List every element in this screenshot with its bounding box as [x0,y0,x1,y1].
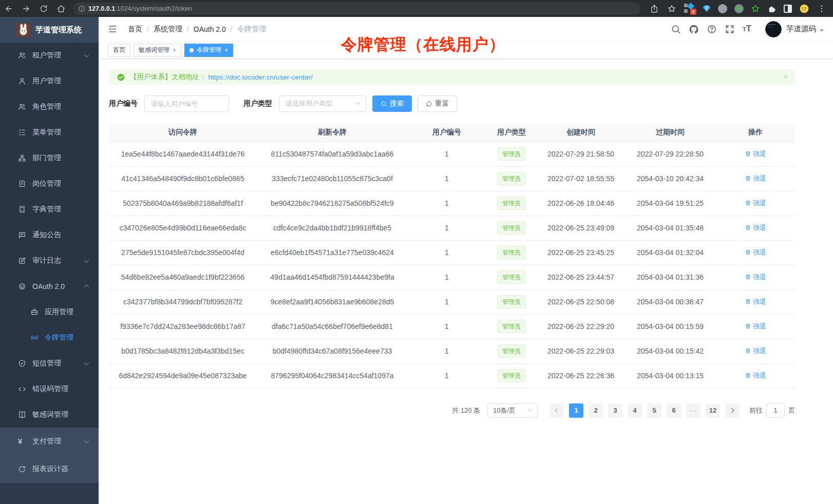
select-chevron-icon [355,100,361,105]
trash-icon [745,323,751,329]
sidebar-item[interactable]: 敏感词管理 [0,402,99,428]
user-avatar[interactable] [765,21,782,37]
gray-extension-icon[interactable] [718,4,727,13]
force-logout-button[interactable]: 强退 [745,199,766,208]
sidebar-item[interactable]: 租户管理 [0,43,99,68]
prev-page-button[interactable] [550,403,564,418]
sidebar-item[interactable]: 审计日志 [0,248,99,274]
force-logout-button[interactable]: 强退 [745,346,766,356]
breadcrumb-item[interactable]: 系统管理 [154,25,182,34]
address-bar[interactable]: 127.0.0.1:1024/system/oauth2/token [73,3,640,15]
collapse-sidebar-icon[interactable] [108,24,118,34]
table-row: c347026e805e4d99b0d116eae66eda8c cdfc4ce… [109,216,795,240]
sidebar-item[interactable]: 菜单管理 [0,120,99,145]
doc-link[interactable]: https://doc.iocoder.cn/user-center/ [209,73,313,81]
view-tab[interactable]: 敏感词管理 × [134,44,181,57]
forward-icon[interactable] [22,4,31,13]
page-button[interactable]: 6 [667,403,681,418]
user-id-input[interactable] [144,95,229,112]
github-icon[interactable] [689,24,699,34]
sidebar-item[interactable]: OAuth 2.0 [0,274,99,299]
breadcrumb-item[interactable]: OAuth 2.0 [194,25,226,33]
extensions-puzzle-icon[interactable] [767,4,777,13]
users-icon [18,103,26,111]
table-row: 1ea5e44f8bc1467aaede43144f31de76 811c530… [109,142,795,166]
view-tab[interactable]: 令牌管理 × [184,44,233,57]
force-logout-button[interactable]: 强退 [745,297,766,306]
force-logout-button[interactable]: 强退 [745,149,766,159]
sidebar-item[interactable]: ¥ 支付管理 [0,428,99,455]
breadcrumb-item[interactable]: 首页 [128,25,142,34]
table-row: 54d6be82ee5a460a9aedc1f9bf223656 49d1aa4… [109,265,795,289]
sidebar-item[interactable]: 部门管理 [0,145,99,171]
sidebar-item[interactable]: 报表设计器 [0,455,99,483]
logo-image [16,23,30,37]
access-token-cell: 54d6be82ee5a460a9aedc1f9bf223656 [109,265,257,289]
user-menu-caret-icon[interactable] [820,29,824,32]
force-logout-button[interactable]: 强退 [745,322,766,331]
page-size-select[interactable]: 10条/页 [487,403,538,418]
home-icon[interactable] [56,4,66,13]
force-logout-button[interactable]: 强退 [745,248,766,257]
force-logout-button[interactable]: 强退 [745,174,766,183]
sidebar-item[interactable]: 错误码管理 [0,376,99,402]
browser-menu-icon[interactable] [817,4,826,13]
page-button[interactable]: 2 [589,403,603,418]
sidebar-item[interactable]: 用户管理 [0,68,99,94]
page-button[interactable]: 3 [608,403,622,418]
refresh-token-cell: cdfc4ce9c2da4bb1bdf21b9918ff4be5 [257,216,408,240]
next-page-button[interactable] [725,403,740,418]
alert-text: 【用户体系】文档地址： [130,72,206,82]
extension-icon[interactable]: 9 [684,4,695,14]
info-icon[interactable] [78,5,85,12]
share-icon[interactable] [650,4,659,13]
bookmark-star-icon[interactable] [667,4,676,13]
user-type-select[interactable]: 请选择用户类型 [279,95,366,112]
profile-avatar-icon[interactable] [799,4,809,14]
close-tab-icon[interactable]: × [224,47,228,53]
force-logout-button[interactable]: 强退 [745,371,766,380]
user-name[interactable]: 芋道源码 [786,24,816,34]
app-logo[interactable]: 芋道管理系统 [0,17,99,43]
help-icon[interactable] [707,24,717,34]
refresh-token-cell: 49d1aa46d1454fbd87591444423be9fa [257,265,408,289]
force-logout-button[interactable]: 强退 [745,223,766,232]
reset-button[interactable]: 重置 [418,95,457,112]
sidebar-item[interactable]: 角色管理 [0,94,99,120]
sidebar-item[interactable]: 通知公告 [0,222,99,248]
green-dot-extension-icon[interactable] [734,4,744,13]
user-id-cell: 1 [408,166,486,191]
side-panel-icon[interactable] [784,5,792,13]
alert-close-icon[interactable]: × [783,73,788,81]
sidebar-item[interactable]: 应用管理 [0,299,99,325]
page-button[interactable]: ··· [686,403,701,418]
user-type-badge: 管理员 [497,295,526,308]
fullscreen-icon[interactable] [725,24,735,34]
sidebar-item[interactable]: 令牌管理 [0,325,99,351]
page-button[interactable]: 4 [628,403,642,418]
font-size-icon[interactable]: TT [743,24,756,34]
page-button[interactable]: 12 [706,403,720,418]
search-icon[interactable] [671,24,681,34]
page-button[interactable]: 5 [647,403,661,418]
shield-icon [18,359,26,367]
back-icon[interactable] [4,4,13,13]
chevron-icon [84,258,89,263]
force-logout-button[interactable]: 强退 [745,273,766,282]
search-button[interactable]: 搜索 [372,95,412,112]
sidebar-item[interactable]: 岗位管理 [0,171,99,197]
breadcrumb-item[interactable]: 令牌管理 [237,25,266,34]
close-tab-icon[interactable]: × [173,47,176,53]
page-button[interactable]: 1 [569,403,583,418]
gem-extension-icon[interactable] [703,5,711,12]
user-id-cell: 1 [408,142,486,166]
refresh-token-cell: 8796295f04064c2983414cc54af1097a [257,363,408,388]
reload-icon[interactable] [39,4,48,13]
sidebar-item[interactable]: 字典管理 [0,197,99,222]
green-star-extension-icon[interactable] [751,4,760,13]
user-type-badge: 管理员 [497,197,526,210]
view-tab[interactable]: 首页 [108,44,130,57]
goto-page-input[interactable] [766,403,785,418]
access-token-cell: 502375b8040a469a9b82188afdf6af1f [109,191,257,216]
sidebar-item[interactable]: 短信管理 [0,351,99,376]
